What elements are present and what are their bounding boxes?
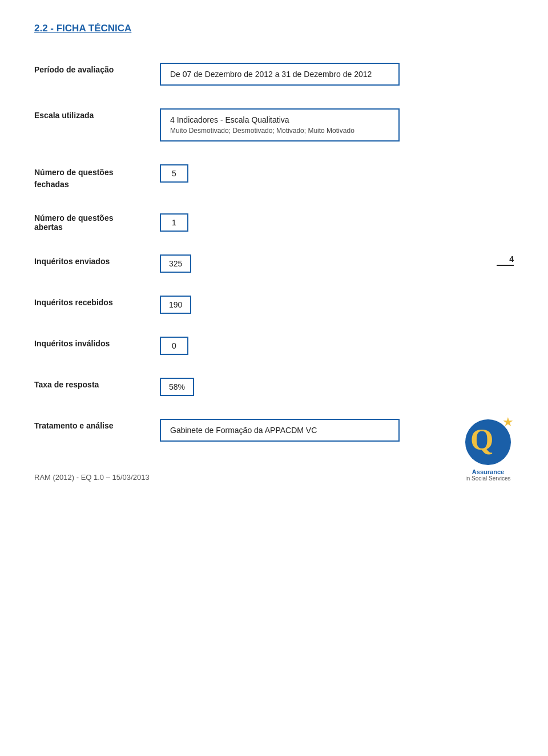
questoes-abertas-label-block: Número de questões abertas — [34, 213, 160, 232]
inqueritos-enviados-section: 4 Inquéritos enviados 325 — [34, 254, 514, 273]
side-number-4: 4 — [497, 254, 514, 266]
inqueritos-invalidos-label: Inquéritos inválidos — [34, 337, 160, 348]
escala-row: Escala utilizada 4 Indicadores - Escala … — [34, 108, 514, 142]
inqueritos-recebidos-label: Inquéritos recebidos — [34, 296, 160, 307]
questoes-fechadas-value: 5 — [160, 164, 188, 183]
taxa-resposta-row: Taxa de resposta 58% — [34, 378, 514, 396]
periodo-row: Período de avaliação De 07 de Dezembro d… — [34, 63, 514, 86]
inqueritos-invalidos-value: 0 — [160, 337, 188, 355]
periodo-label: Período de avaliação — [34, 63, 160, 74]
questoes-fechadas-label: Número de questões fechadas — [34, 164, 160, 191]
inqueritos-enviados-value: 325 — [160, 254, 191, 273]
questoes-fechadas-row: Número de questões fechadas 5 — [34, 164, 514, 191]
taxa-resposta-value: 58% — [160, 378, 194, 396]
logo-q-icon: Q — [470, 425, 493, 455]
logo-graphic: Q ★ — [462, 414, 514, 465]
footer: RAM (2012) - EQ 1.0 – 15/03/2013 Q ★ Ass… — [34, 414, 514, 482]
logo-container: Q ★ Assurance in Social Services — [462, 414, 514, 482]
inqueritos-recebidos-row: Inquéritos recebidos 190 — [34, 296, 514, 314]
escala-label: Escala utilizada — [34, 108, 160, 120]
questoes-abertas-row: Número de questões abertas 1 — [34, 213, 514, 232]
logo-text: Assurance in Social Services — [466, 468, 511, 482]
questoes-abertas-value: 1 — [160, 213, 188, 232]
inqueritos-invalidos-row: Inquéritos inválidos 0 — [34, 337, 514, 355]
escala-value: 4 Indicadores - Escala Qualitativa Muito… — [160, 108, 400, 142]
periodo-value: De 07 de Dezembro de 2012 a 31 de Dezemb… — [160, 63, 400, 86]
logo-in-text: in Social Services — [466, 475, 511, 482]
inqueritos-enviados-right: 325 — [160, 254, 191, 273]
taxa-resposta-label: Taxa de resposta — [34, 378, 160, 389]
footer-text: RAM (2012) - EQ 1.0 – 15/03/2013 — [34, 473, 150, 482]
inqueritos-enviados-row: Inquéritos enviados 325 — [34, 254, 514, 273]
page-title: 2.2 - FICHA TÉCNICA — [34, 23, 514, 34]
inqueritos-enviados-label: Inquéritos enviados — [34, 254, 160, 266]
logo-assurance-text: Assurance — [466, 468, 511, 475]
logo-star-icon: ★ — [502, 415, 514, 430]
inqueritos-recebidos-value: 190 — [160, 296, 191, 314]
